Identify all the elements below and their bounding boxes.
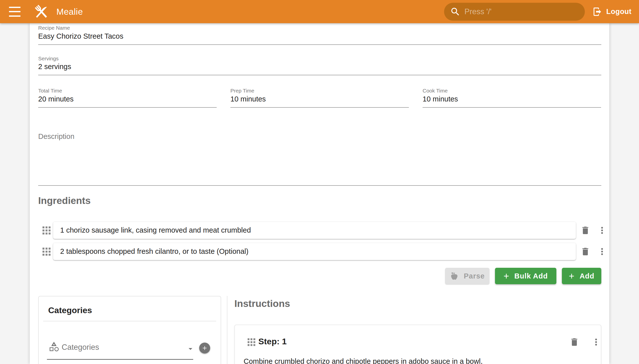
apple-icon <box>450 272 459 280</box>
drag-handle-icon[interactable] <box>41 246 52 257</box>
logout-label: Logout <box>606 8 631 16</box>
ingredients-heading: Ingredients <box>38 195 91 206</box>
logout-icon <box>592 7 602 17</box>
recipe-name-underline <box>38 44 601 45</box>
fork-knife-logo <box>33 3 50 20</box>
servings-label: Servings <box>38 56 59 62</box>
recipe-name-field[interactable]: Easy Chorizo Street Tacos <box>38 32 123 40</box>
total-time-label: Total Time <box>38 88 62 94</box>
prep-time-label: Prep Time <box>230 88 254 94</box>
trash-icon[interactable] <box>580 246 590 256</box>
kebab-menu-icon[interactable] <box>597 246 607 257</box>
categories-card: Categories Categories <box>38 296 221 364</box>
search-input[interactable]: Press '/' <box>444 3 585 21</box>
prep-time-underline <box>230 107 409 108</box>
cook-time-field[interactable]: 10 minutes <box>422 95 458 103</box>
prep-time-field[interactable]: 10 minutes <box>230 95 266 103</box>
cook-time-underline <box>422 107 601 108</box>
kebab-menu-icon[interactable] <box>597 225 607 236</box>
ingredient-row: 1 chorizo sausage link, casing removed a… <box>30 222 609 239</box>
categories-title: Categories <box>48 306 92 315</box>
step-title: Step: 1 <box>258 336 287 346</box>
ingredient-actions: Parse + Bulk Add + Add <box>30 268 609 284</box>
total-time-field[interactable]: 20 minutes <box>38 95 74 103</box>
bulk-add-label: Bulk Add <box>514 272 548 280</box>
recipe-editor-card: Recipe Name Easy Chorizo Street Tacos Se… <box>30 23 609 364</box>
bulk-add-button[interactable]: + Bulk Add <box>495 268 556 284</box>
drag-handle-icon[interactable] <box>246 337 256 348</box>
servings-field[interactable]: 2 servings <box>38 62 71 71</box>
step-text-input[interactable]: Combine crumbled chorizo and chipotle pe… <box>244 356 591 364</box>
cook-time-label: Cook Time <box>422 88 448 94</box>
recipe-name-label: Recipe Name <box>38 25 70 31</box>
app-header: Mealie Press '/' Logout <box>0 0 639 23</box>
shapes-icon <box>48 341 60 353</box>
description-label: Description <box>38 132 74 140</box>
description-underline <box>38 185 601 186</box>
servings-underline <box>38 75 601 75</box>
hamburger-menu-icon[interactable] <box>9 7 21 17</box>
description-field[interactable] <box>38 140 601 183</box>
search-placeholder: Press '/' <box>465 7 492 16</box>
categories-select[interactable]: Categories <box>62 343 99 352</box>
ingredient-row: 2 tablespoons chopped fresh cilantro, or… <box>30 243 609 260</box>
categories-divider <box>43 321 216 321</box>
instruction-step-card: Step: 1 Combine crumbled chorizo and chi… <box>234 324 601 364</box>
trash-icon[interactable] <box>580 226 590 235</box>
add-label: Add <box>580 272 594 280</box>
app-title: Mealie <box>56 7 83 17</box>
kebab-menu-icon[interactable] <box>591 337 601 348</box>
logout-button[interactable]: Logout <box>592 7 631 17</box>
trash-icon[interactable] <box>569 337 579 348</box>
parse-label: Parse <box>464 272 485 280</box>
ingredient-input[interactable]: 1 chorizo sausage link, casing removed a… <box>53 222 576 239</box>
add-category-button[interactable] <box>199 342 210 354</box>
ingredient-input[interactable]: 2 tablespoons chopped fresh cilantro, or… <box>53 243 576 260</box>
search-icon <box>450 6 461 17</box>
column-divider <box>227 296 228 364</box>
chevron-down-icon[interactable] <box>186 344 195 354</box>
total-time-underline <box>38 107 217 108</box>
plus-icon <box>201 345 208 351</box>
add-button[interactable]: + Add <box>562 268 601 284</box>
parse-button[interactable]: Parse <box>445 268 490 284</box>
categories-select-underline <box>47 359 193 360</box>
instructions-heading: Instructions <box>234 298 290 309</box>
drag-handle-icon[interactable] <box>41 225 52 236</box>
